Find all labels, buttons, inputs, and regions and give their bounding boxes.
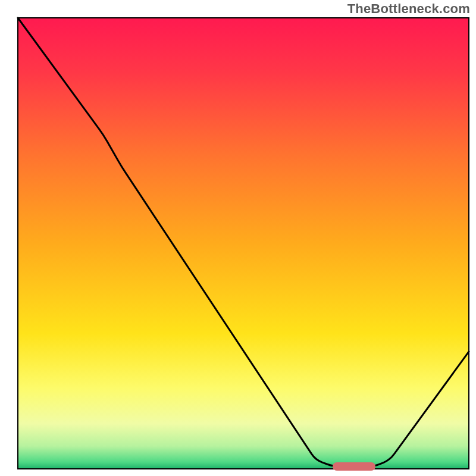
bottleneck-chart	[0, 0, 476, 476]
chart-container: TheBottleneck.com	[0, 0, 476, 476]
plot-background	[18, 18, 469, 469]
watermark-text: TheBottleneck.com	[347, 1, 470, 17]
optimal-marker	[333, 462, 375, 471]
